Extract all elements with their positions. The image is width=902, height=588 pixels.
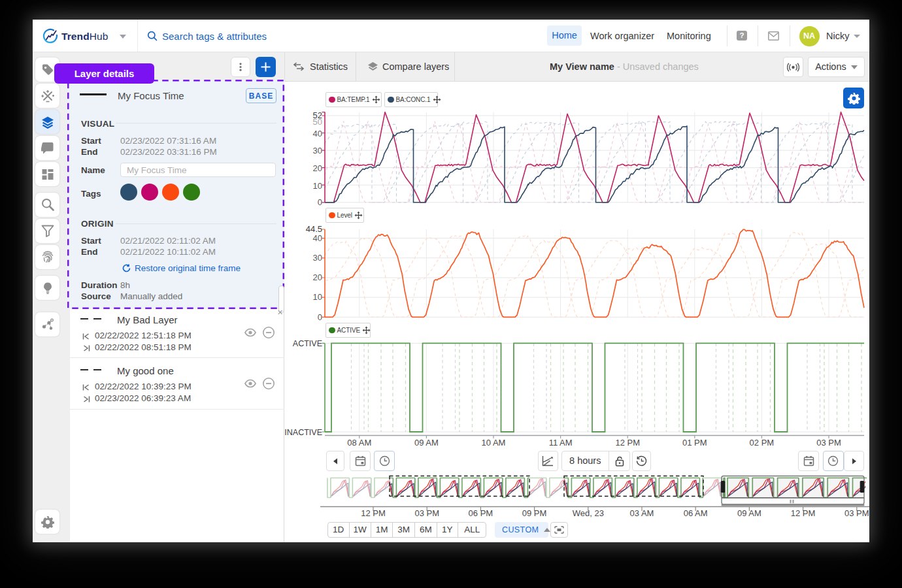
svg-text:INACTIVE: INACTIVE [284, 428, 322, 437]
svg-text:0: 0 [318, 312, 322, 322]
svg-text:09 AM: 09 AM [414, 438, 439, 448]
svg-text:10: 10 [313, 292, 322, 302]
svg-text:40: 40 [313, 129, 322, 139]
svg-text:03 PM: 03 PM [816, 438, 841, 448]
svg-text:03 AM: 03 AM [630, 508, 654, 518]
svg-text:44.5: 44.5 [306, 224, 322, 234]
svg-text:30: 30 [313, 253, 322, 263]
svg-text:06 AM: 06 AM [684, 508, 708, 518]
svg-text:06 PM: 06 PM [469, 508, 493, 518]
svg-text:03 PM: 03 PM [844, 508, 869, 518]
svg-text:12 PM: 12 PM [361, 508, 386, 518]
svg-text:12 PM: 12 PM [615, 438, 640, 448]
svg-text:08 AM: 08 AM [347, 438, 371, 448]
svg-text:ACTIVE: ACTIVE [293, 339, 322, 348]
svg-text:0: 0 [318, 197, 322, 207]
svg-text:10: 10 [313, 181, 322, 191]
svg-text:Wed, 23: Wed, 23 [573, 508, 604, 518]
svg-text:12 PM: 12 PM [791, 508, 816, 518]
svg-text:03 PM: 03 PM [414, 508, 439, 518]
svg-text:09 PM: 09 PM [522, 508, 547, 518]
svg-text:11 AM: 11 AM [549, 438, 573, 448]
svg-text:50: 50 [313, 117, 322, 127]
svg-text:02 PM: 02 PM [750, 438, 775, 448]
svg-text:20: 20 [313, 163, 322, 173]
svg-text:10 AM: 10 AM [482, 438, 506, 448]
svg-text:09 AM: 09 AM [737, 508, 761, 518]
svg-text:01 PM: 01 PM [682, 438, 707, 448]
svg-text:20: 20 [313, 272, 322, 282]
svg-text:40: 40 [313, 233, 322, 243]
svg-text:30: 30 [313, 146, 322, 155]
